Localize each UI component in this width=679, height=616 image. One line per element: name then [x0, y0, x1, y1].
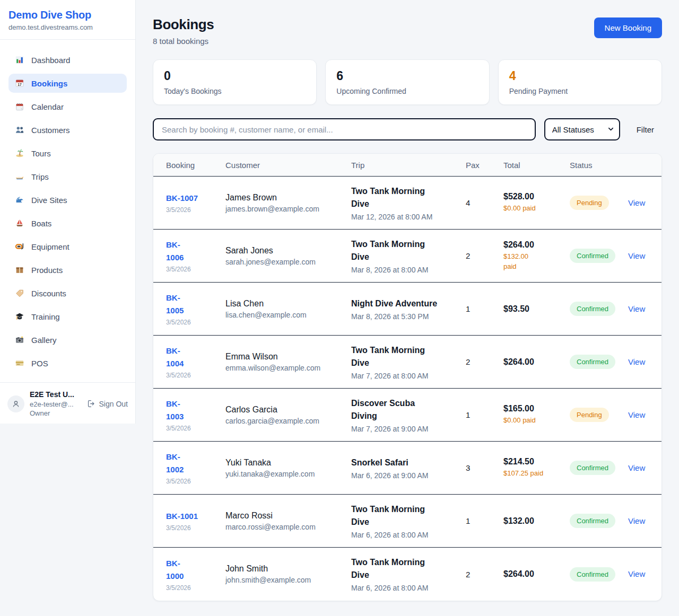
booking-id-link[interactable]: BK-1002	[166, 451, 190, 476]
paid-amount: $107.25 paid	[503, 469, 564, 479]
trip-datetime: Mar 6, 2026 at 8:00 AM	[351, 584, 460, 592]
trip-name: Two Tank Morning Dive	[351, 185, 435, 210]
camera-icon	[15, 335, 24, 345]
column-header-booking: Booking	[166, 161, 225, 170]
total-amount: $264.00	[503, 240, 564, 250]
sidebar-item-customers[interactable]: Customers	[8, 120, 127, 139]
sign-out-button[interactable]: Sign Out	[86, 399, 128, 408]
view-link[interactable]: View	[628, 304, 645, 313]
trip-datetime: Mar 6, 2026 at 8:00 AM	[351, 531, 460, 539]
page-header: Bookings 8 total bookings New Booking	[153, 16, 662, 46]
table-row: BK-10013/5/2026 Marco Rossimarco.rossi@e…	[153, 495, 661, 548]
status-badge: Confirmed	[570, 355, 615, 369]
trip-datetime: Mar 12, 2026 at 8:00 AM	[351, 213, 460, 221]
table-row: BK-10023/5/2026 Yuki Tanakayuki.tanaka@e…	[153, 442, 661, 495]
sidebar-item-training[interactable]: Training	[8, 307, 127, 326]
new-booking-button[interactable]: New Booking	[594, 17, 662, 38]
sidebar-item-label: POS	[31, 359, 48, 368]
trip-name: Two Tank Morning Dive	[351, 344, 435, 369]
customer-name: John Smith	[225, 564, 346, 574]
status-filter-select[interactable]: All Statuses	[544, 118, 620, 140]
trip-name: Two Tank Morning Dive	[351, 238, 435, 263]
sidebar-item-trips[interactable]: Trips	[8, 167, 127, 186]
status-badge: Confirmed	[570, 514, 615, 528]
pax-count: 1	[466, 304, 503, 313]
pax-count: 2	[466, 570, 503, 579]
total-amount: $264.00	[503, 569, 564, 579]
total-amount: $264.00	[503, 357, 564, 367]
bar-chart-icon	[15, 55, 24, 65]
view-link[interactable]: View	[628, 569, 645, 578]
booking-date: 3/5/2026	[166, 584, 220, 592]
view-link[interactable]: View	[628, 410, 645, 419]
booking-date: 3/5/2026	[166, 319, 220, 326]
trip-name: Night Dive Adventure	[351, 297, 460, 310]
booking-id-link[interactable]: BK-1006	[166, 239, 190, 264]
sidebar-item-label: Gallery	[31, 336, 57, 345]
sidebar-item-label: Trips	[31, 172, 49, 181]
sidebar-item-calendar[interactable]: Calendar	[8, 97, 127, 116]
view-link[interactable]: View	[628, 357, 645, 366]
booking-id-link[interactable]: BK-1007	[166, 192, 198, 205]
status-badge: Confirmed	[570, 461, 615, 475]
pax-count: 2	[466, 251, 503, 260]
sidebar-item-label: Dive Sites	[31, 196, 67, 205]
filter-button[interactable]: Filter	[637, 125, 654, 134]
paid-amount: $0.00 paid	[503, 416, 564, 426]
customer-email: james.brown@example.com	[225, 205, 346, 213]
search-input[interactable]	[153, 118, 536, 140]
table-row: BK-10003/5/2026 John Smithjohn.smith@exa…	[153, 548, 661, 601]
sidebar-item-dashboard[interactable]: Dashboard	[8, 50, 127, 69]
booking-date: 3/5/2026	[166, 478, 220, 485]
speedboat-icon	[15, 172, 24, 181]
calendar-date-icon: 17	[15, 78, 24, 88]
package-icon	[15, 265, 24, 275]
trip-datetime: Mar 6, 2026 at 9:00 AM	[351, 471, 460, 480]
sidebar-item-label: Tours	[31, 149, 51, 158]
customer-name: James Brown	[225, 193, 346, 203]
pax-count: 4	[466, 198, 503, 207]
stat-card-pending-payment: 4 Pending Payment	[498, 59, 662, 105]
view-link[interactable]: View	[628, 463, 645, 472]
view-link[interactable]: View	[628, 198, 645, 207]
sidebar-item-products[interactable]: Products	[8, 260, 127, 279]
sidebar-item-discounts[interactable]: Discounts	[8, 284, 127, 303]
booking-id-link[interactable]: BK-1005	[166, 292, 190, 317]
sidebar-item-dive-sites[interactable]: Dive Sites	[8, 190, 127, 209]
sidebar-item-label: Equipment	[31, 242, 69, 251]
sidebar-item-gallery[interactable]: Gallery	[8, 330, 127, 349]
booking-id-link[interactable]: BK-1001	[166, 510, 198, 523]
column-header-total: Total	[503, 161, 570, 170]
column-header-trip: Trip	[351, 161, 466, 170]
stat-label: Pending Payment	[509, 87, 651, 95]
booking-date: 3/5/2026	[166, 372, 220, 379]
sidebar-item-label: Bookings	[31, 79, 67, 88]
customer-name: Carlos Garcia	[225, 405, 346, 415]
trip-name: Two Tank Morning Dive	[351, 556, 435, 582]
booking-id-link[interactable]: BK-1004	[166, 345, 190, 370]
user-role: Owner	[30, 409, 81, 418]
view-link[interactable]: View	[628, 251, 645, 260]
booking-id-link[interactable]: BK-1003	[166, 398, 190, 423]
spiral-calendar-icon	[15, 102, 24, 111]
customer-email: yuki.tanaka@example.com	[225, 470, 346, 478]
table-row: BK-10033/5/2026 Carlos Garciacarlos.garc…	[153, 389, 661, 442]
paid-amount: $0.00 paid	[503, 204, 564, 214]
filter-row: All Statuses Filter	[153, 118, 662, 140]
sign-out-label: Sign Out	[99, 400, 128, 408]
booking-id-link[interactable]: BK-1000	[166, 557, 190, 583]
trip-datetime: Mar 7, 2026 at 9:00 AM	[351, 425, 460, 433]
sidebar-item-tours[interactable]: Tours	[8, 144, 127, 163]
sidebar-item-bookings[interactable]: 17 Bookings	[8, 74, 127, 93]
sidebar-item-equipment[interactable]: Equipment	[8, 237, 127, 256]
table-row: BK-10063/5/2026 Sarah Jonessarah.jones@e…	[153, 230, 661, 283]
svg-text:17: 17	[18, 83, 22, 86]
sidebar-item-pos[interactable]: POS	[8, 354, 127, 373]
paid-amount: $132.00 paid	[503, 252, 536, 272]
view-link[interactable]: View	[628, 516, 645, 525]
person-icon	[11, 399, 21, 409]
brand-block: Demo Dive Shop demo.test.divestreams.com	[0, 0, 135, 40]
sidebar-item-label: Discounts	[31, 289, 66, 298]
total-amount: $165.00	[503, 404, 564, 413]
sidebar-item-boats[interactable]: Boats	[8, 214, 127, 233]
